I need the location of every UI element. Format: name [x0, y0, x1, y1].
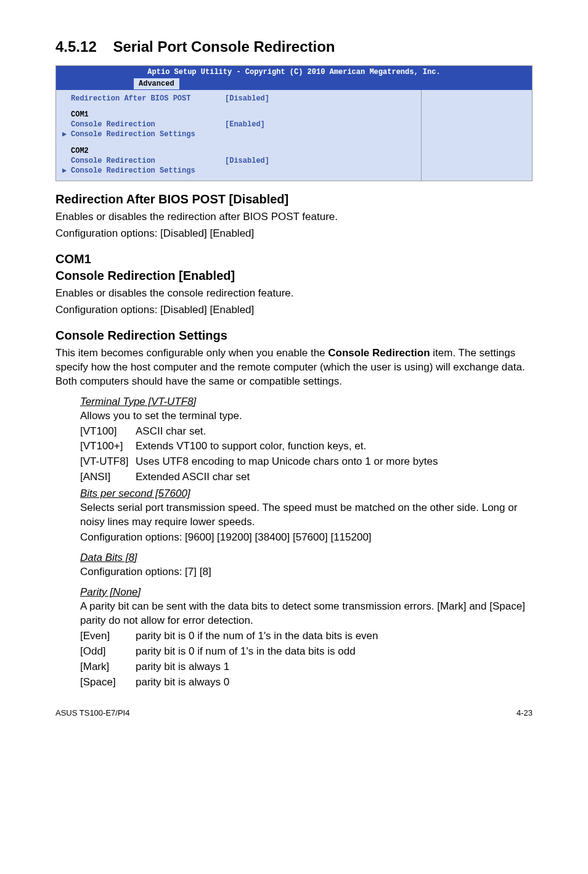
bios-row-com2: COM2	[56, 146, 421, 156]
page-footer: ASUS TS100-E7/PI4 4-23	[55, 708, 533, 719]
bios-label: Redirection After BIOS POST	[71, 94, 225, 104]
bios-value: [Disabled]	[225, 156, 415, 166]
para: Enables or disables the redirection afte…	[55, 210, 533, 224]
bios-row-com1-settings: ▶ Console Redirection Settings	[56, 129, 421, 139]
option-row: [VT100+] Extends VT100 to support color,…	[80, 439, 533, 454]
bios-header-title: Aptio Setup Utility - Copyright (C) 2010…	[56, 66, 532, 77]
bios-header: Aptio Setup Utility - Copyright (C) 2010…	[56, 66, 532, 89]
bios-label: Console Redirection	[71, 120, 225, 129]
option-key: [Odd]	[80, 645, 136, 659]
option-key: [Space]	[80, 676, 136, 690]
option-desc: Extends VT100 to support color, function…	[136, 439, 533, 454]
subhead-bits-per-second: Bits per second [57600]	[80, 487, 533, 501]
submenu-arrow-icon: ▶	[62, 166, 71, 176]
para: Configuration options: [Disabled] [Enabl…	[55, 303, 533, 317]
option-key: [VT-UTF8]	[80, 455, 136, 469]
bios-label: COM2	[71, 146, 225, 156]
option-row: [ANSI] Extended ASCII char set	[80, 470, 533, 484]
option-row: [Odd] parity bit is 0 if num of 1's in t…	[80, 645, 533, 659]
heading-console-redirection: Console Redirection [Enabled]	[55, 268, 533, 284]
section-number: 4.5.12	[55, 38, 97, 55]
heading-com1: COM1	[55, 251, 533, 268]
bios-row-com1: COM1	[56, 110, 421, 120]
bios-label: Console Redirection	[71, 156, 225, 166]
subhead-data-bits: Data Bits [8]	[80, 551, 533, 565]
bios-row-com2-settings: ▶ Console Redirection Settings	[56, 166, 421, 176]
option-row: [Space] parity bit is always 0	[80, 676, 533, 690]
option-key: [VT100+]	[80, 439, 136, 454]
section-title: 4.5.12 Serial Port Console Redirection	[55, 37, 533, 57]
section-heading: Serial Port Console Redirection	[113, 38, 335, 55]
option-row: [VT-UTF8] Uses UTF8 encoding to map Unic…	[80, 455, 533, 469]
option-row: [Even] parity bit is 0 if the num of 1's…	[80, 629, 533, 643]
bios-row-com2-cr: Console Redirection [Disabled]	[56, 156, 421, 166]
bios-tab-advanced: Advanced	[133, 78, 180, 90]
bios-value: [Enabled]	[225, 120, 415, 129]
option-row: [VT100] ASCII char set.	[80, 425, 533, 439]
para: A parity bit can be sent with the data b…	[80, 600, 533, 628]
option-row: [Mark] parity bit is always 1	[80, 660, 533, 674]
bios-help-pane	[421, 90, 532, 181]
option-desc: ASCII char set.	[136, 425, 533, 439]
bold-text: Console Redirection	[328, 347, 430, 359]
option-key: [Even]	[80, 629, 136, 643]
option-desc: parity bit is 0 if num of 1's in the dat…	[136, 645, 533, 659]
para: Enables or disables the console redirect…	[55, 287, 533, 301]
footer-right: 4-23	[517, 708, 533, 719]
option-desc: Uses UTF8 encoding to map Unicode chars …	[136, 455, 533, 469]
option-key: [VT100]	[80, 425, 136, 439]
option-desc: parity bit is 0 if the num of 1's in the…	[136, 629, 533, 643]
option-desc: parity bit is always 0	[136, 676, 533, 690]
bios-tab-row: Advanced	[56, 78, 532, 90]
heading-console-redirection-settings: Console Redirection Settings	[55, 327, 533, 344]
subhead-parity: Parity [None]	[80, 586, 533, 600]
para: Configuration options: [7] [8]	[80, 565, 533, 579]
footer-left: ASUS TS100-E7/PI4	[55, 708, 129, 719]
bios-body: Redirection After BIOS POST [Disabled] C…	[56, 90, 532, 181]
bios-label: COM1	[71, 110, 225, 120]
bios-row-redirection-after-post: Redirection After BIOS POST [Disabled]	[56, 94, 421, 104]
option-desc: Extended ASCII char set	[136, 470, 533, 484]
subhead-terminal-type: Terminal Type [VT-UTF8]	[80, 395, 533, 409]
submenu-arrow-icon: ▶	[62, 129, 71, 139]
bios-left-pane: Redirection After BIOS POST [Disabled] C…	[56, 90, 421, 181]
para: Selects serial port transmission speed. …	[80, 501, 533, 529]
text: This item becomes configurable only when…	[55, 347, 328, 359]
option-key: [ANSI]	[80, 470, 136, 484]
para: Configuration options: [Disabled] [Enabl…	[55, 227, 533, 241]
bios-screenshot: Aptio Setup Utility - Copyright (C) 2010…	[55, 65, 533, 181]
para: Configuration options: [9600] [19200] [3…	[80, 531, 533, 545]
option-desc: parity bit is always 1	[136, 660, 533, 674]
bios-label: Console Redirection Settings	[71, 166, 225, 176]
para: This item becomes configurable only when…	[55, 346, 533, 389]
para: Allows you to set the terminal type.	[80, 409, 533, 423]
option-key: [Mark]	[80, 660, 136, 674]
bios-row-com1-cr: Console Redirection [Enabled]	[56, 120, 421, 129]
heading-redirection-after-post: Redirection After BIOS POST [Disabled]	[55, 191, 533, 208]
bios-value: [Disabled]	[225, 94, 415, 104]
bios-label: Console Redirection Settings	[71, 129, 225, 139]
